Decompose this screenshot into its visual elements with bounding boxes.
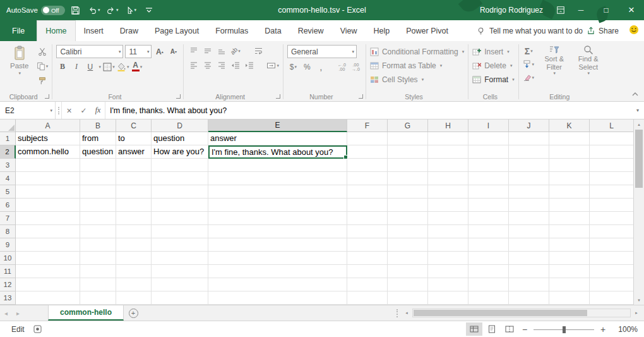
cell-F2[interactable] xyxy=(347,145,388,159)
cell-C10[interactable] xyxy=(116,252,152,265)
cell-L10[interactable] xyxy=(590,252,633,265)
vertical-scrollbar-thumb[interactable] xyxy=(635,130,643,188)
scroll-right-arrow[interactable]: ▸ xyxy=(631,308,641,318)
align-right-button[interactable] xyxy=(215,59,227,71)
cell-H1[interactable] xyxy=(428,132,468,145)
cell-L5[interactable] xyxy=(590,185,633,199)
cell-K8[interactable] xyxy=(549,225,590,238)
cell-B11[interactable] xyxy=(80,265,116,278)
cell-K12[interactable] xyxy=(549,278,590,291)
cell-F5[interactable] xyxy=(347,185,388,199)
cell-G7[interactable] xyxy=(388,212,428,225)
cell-I2[interactable] xyxy=(468,145,509,159)
cell-K6[interactable] xyxy=(549,199,590,212)
cell-H13[interactable] xyxy=(428,291,468,305)
tab-page-layout[interactable]: Page Layout xyxy=(146,20,207,41)
percent-style-button[interactable]: % xyxy=(301,61,313,73)
cell-D3[interactable] xyxy=(152,159,208,172)
tab-power-pivot[interactable]: Power Pivot xyxy=(398,20,456,41)
cell-L7[interactable] xyxy=(590,212,633,225)
increase-decimal-button[interactable]: ←.0.00 xyxy=(336,61,348,73)
cell-F4[interactable] xyxy=(347,172,388,185)
font-color-button[interactable]: A▾ xyxy=(131,61,143,73)
cell-B8[interactable] xyxy=(80,225,116,238)
cell-D13[interactable] xyxy=(152,291,208,305)
decrease-font-size-button[interactable]: A▾ xyxy=(167,46,179,58)
cell-I9[interactable] xyxy=(468,238,509,252)
cell-I7[interactable] xyxy=(468,212,509,225)
formula-bar-expand-button[interactable]: ▾ xyxy=(631,102,644,119)
column-header-H[interactable]: H xyxy=(428,119,468,132)
cell-C13[interactable] xyxy=(116,291,152,305)
cell-J9[interactable] xyxy=(509,238,549,252)
ribbon-display-options-button[interactable] xyxy=(553,2,568,18)
bottom-align-button[interactable] xyxy=(215,45,227,57)
row-header-10[interactable]: 10 xyxy=(0,252,16,265)
cell-C6[interactable] xyxy=(116,199,152,212)
tab-data[interactable]: Data xyxy=(256,20,289,41)
column-header-A[interactable]: A xyxy=(16,119,80,132)
cell-B5[interactable] xyxy=(80,185,116,199)
cell-J10[interactable] xyxy=(509,252,549,265)
cell-A1[interactable]: subjects xyxy=(16,132,80,145)
insert-cells-button[interactable]: Insert▾ xyxy=(472,46,515,58)
scroll-up-arrow[interactable]: ▴ xyxy=(634,119,644,129)
cell-D5[interactable] xyxy=(152,185,208,199)
cell-G10[interactable] xyxy=(388,252,428,265)
column-header-G[interactable]: G xyxy=(388,119,428,132)
touch-mouse-mode-button[interactable]: ▾ xyxy=(123,2,138,18)
horizontal-scrollbar[interactable]: ◂ ▸ xyxy=(402,305,644,321)
cell-E5[interactable] xyxy=(208,185,347,199)
wrap-text-button[interactable] xyxy=(253,45,265,57)
column-header-C[interactable]: C xyxy=(116,119,152,132)
cell-D10[interactable] xyxy=(152,252,208,265)
cell-J1[interactable] xyxy=(509,132,549,145)
format-cells-button[interactable]: Format▾ xyxy=(472,73,515,85)
cell-A5[interactable] xyxy=(16,185,80,199)
cell-K13[interactable] xyxy=(549,291,590,305)
cell-K5[interactable] xyxy=(549,185,590,199)
cell-G5[interactable] xyxy=(388,185,428,199)
cell-B13[interactable] xyxy=(80,291,116,305)
row-header-4[interactable]: 4 xyxy=(0,172,16,185)
vertical-scrollbar[interactable]: ▴ ▾ xyxy=(633,119,644,305)
tab-scrollbar-divider[interactable] xyxy=(397,305,402,321)
cell-D7[interactable] xyxy=(152,212,208,225)
cell-J8[interactable] xyxy=(509,225,549,238)
cell-C5[interactable] xyxy=(116,185,152,199)
cell-G9[interactable] xyxy=(388,238,428,252)
cell-D1[interactable]: question xyxy=(152,132,208,145)
cell-A12[interactable] xyxy=(16,278,80,291)
column-header-E[interactable]: E xyxy=(208,119,347,132)
cell-A3[interactable] xyxy=(16,159,80,172)
fill-button[interactable]: ▾ xyxy=(523,58,535,70)
sheet-tab-common-hello[interactable]: common-hello xyxy=(48,305,124,321)
page-break-preview-button[interactable] xyxy=(501,322,518,336)
cell-G3[interactable] xyxy=(388,159,428,172)
conditional-formatting-button[interactable]: Conditional Formatting▾ xyxy=(370,46,464,58)
cell-F7[interactable] xyxy=(347,212,388,225)
cell-F11[interactable] xyxy=(347,265,388,278)
zoom-slider[interactable] xyxy=(534,324,594,335)
cell-L9[interactable] xyxy=(590,238,633,252)
number-dialog-launcher[interactable] xyxy=(358,94,364,99)
cell-F6[interactable] xyxy=(347,199,388,212)
column-header-B[interactable]: B xyxy=(80,119,116,132)
cell-J2[interactable] xyxy=(509,145,549,159)
cell-E2[interactable]: I'm fine, thanks. What about you? xyxy=(208,145,347,159)
row-header-2[interactable]: 2 xyxy=(0,145,16,159)
cell-G2[interactable] xyxy=(388,145,428,159)
cell-J4[interactable] xyxy=(509,172,549,185)
format-painter-button[interactable] xyxy=(36,75,48,87)
bold-button[interactable]: B xyxy=(56,61,68,73)
alignment-dialog-launcher[interactable] xyxy=(275,94,281,99)
cell-I5[interactable] xyxy=(468,185,509,199)
cell-E9[interactable] xyxy=(208,238,347,252)
row-header-5[interactable]: 5 xyxy=(0,185,16,199)
cell-C3[interactable] xyxy=(116,159,152,172)
cell-L13[interactable] xyxy=(590,291,633,305)
cell-C1[interactable]: to xyxy=(116,132,152,145)
feedback-smiley-button[interactable] xyxy=(629,25,639,37)
cell-A13[interactable] xyxy=(16,291,80,305)
font-dialog-launcher[interactable] xyxy=(176,94,181,99)
